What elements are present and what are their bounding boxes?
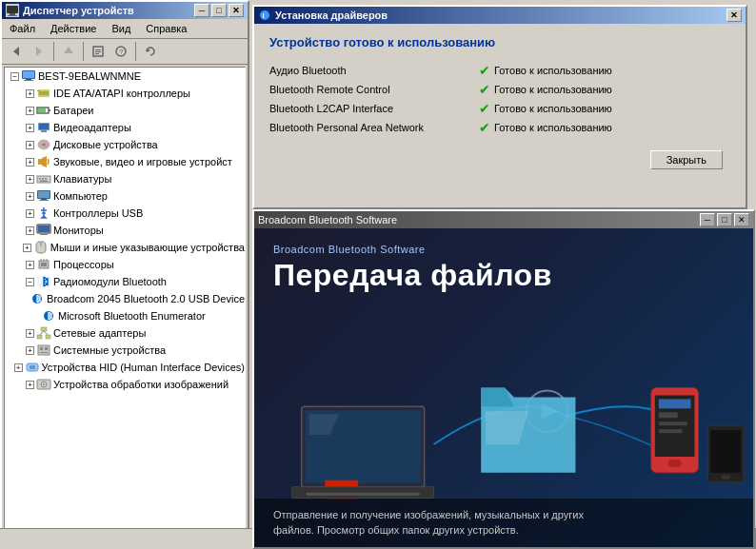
cpu-expander[interactable]: + [26,261,34,269]
svg-rect-81 [659,412,678,418]
device-name-1: Bluetooth Remote Control [269,84,479,95]
svg-line-56 [44,331,49,335]
close-button[interactable]: ✕ [229,4,244,17]
keyboard-expander[interactable]: + [26,175,34,184]
usb-expander[interactable]: + [26,209,34,218]
svg-rect-25 [41,130,47,132]
disk-expander[interactable]: + [26,141,34,149]
svg-rect-41 [42,233,46,234]
ide-expander[interactable]: + [26,89,34,98]
device-status-text-0: Готово к использованию [494,65,612,76]
check-icon-3: ✔ [479,120,490,135]
menu-action[interactable]: Действие [47,21,100,36]
back-button[interactable] [6,41,27,62]
monitors-label: Мониторы [53,225,104,236]
minimize-button[interactable]: ─ [194,4,209,17]
refresh-button[interactable] [140,41,161,62]
check-icon-1: ✔ [479,82,490,97]
tree-system[interactable]: + Системные устройства [5,342,245,359]
cpu-label: Процессоры [53,259,114,270]
tree-monitors[interactable]: + Мониторы [5,222,245,239]
bt-ms-label: Microsoft Bluetooth Enumerator [58,310,206,322]
sound-expander[interactable]: + [26,158,34,167]
svg-line-55 [40,331,45,335]
tree-keyboard[interactable]: + Клавиатуры [5,170,245,187]
mouse-expander[interactable]: + [23,244,31,252]
svg-rect-57 [38,345,50,355]
tree-usb[interactable]: + Контроллеры USB [5,205,245,222]
driver-close-x[interactable]: ✕ [726,9,742,22]
svg-marker-75 [481,388,575,473]
bt-broadcom-label: Broadcom 2045 Bluetooth 2.0 USB Device [47,293,245,304]
forward-button[interactable] [29,41,50,62]
menu-view[interactable]: Вид [108,21,134,36]
broadcom-description: Отправление и получение изображений, муз… [254,499,753,547]
tree-disk[interactable]: + Дисковые устройства [5,136,245,153]
check-icon-0: ✔ [479,63,490,78]
usb-label: Контроллеры USB [53,207,143,219]
svg-rect-59 [45,347,48,350]
close-button[interactable]: Закрыть [650,150,723,169]
device-status-text-2: Готово к использованию [494,103,612,114]
tree-imaging[interactable]: + Устройства обработки изображений [5,376,245,393]
tree-bt-broadcom[interactable]: Broadcom 2045 Bluetooth 2.0 USB Device [5,290,245,307]
properties-button[interactable] [88,41,109,62]
sound-label: Звуковые, видео и игровые устройст [53,156,232,167]
maximize-button[interactable]: □ [211,4,227,17]
svg-rect-22 [38,108,46,112]
device-tree[interactable]: − BEST-9EBALWNMNE + [4,67,246,531]
keyboard-label: Клавиатуры [53,173,111,185]
hid-expander[interactable]: + [14,363,23,372]
network-expander[interactable]: + [26,329,34,338]
tree-bt-ms[interactable]: Microsoft Bluetooth Enumerator [5,307,245,324]
tree-ide[interactable]: + IDE ATA/ATAPI контроллеры [5,85,245,102]
broadcom-title-label: Broadcom Bluetooth Software [258,214,397,225]
menu-file[interactable]: Файл [6,21,39,36]
broadcom-maximize[interactable]: □ [717,213,732,226]
tree-root[interactable]: − BEST-9EBALWNMNE [5,68,245,85]
tree-computer[interactable]: + Компьютер [5,187,245,205]
bt-device-icon1 [30,291,45,306]
tree-cpu[interactable]: + Процессоры [5,256,245,273]
tree-network[interactable]: + Сетевые адаптеры [5,324,245,342]
svg-rect-42 [40,234,48,235]
computer-expander[interactable]: + [26,192,34,201]
tree-mouse[interactable]: + Мыши и иные указывающие устройства [5,239,245,256]
svg-rect-38 [39,200,49,201]
tree-sound[interactable]: + Звуковые, видео и игровые устройст [5,153,245,170]
device-manager-window: Диспетчер устройств ─ □ ✕ Файл Действие … [0,0,249,549]
device-status-2: ✔ Готово к использованию [479,101,612,116]
ide-label: IDE ATA/ATAPI контроллеры [53,88,190,99]
monitors-expander[interactable]: + [26,226,34,235]
root-expander[interactable]: − [10,72,19,81]
disk-icon [36,137,51,152]
device-status-text-3: Готово к использованию [494,122,612,133]
broadcom-close[interactable]: ✕ [734,213,749,226]
tree-video[interactable]: + Видеоадаптеры [5,119,245,136]
menu-help[interactable]: Справка [142,21,190,36]
svg-rect-58 [40,347,43,350]
tree-bluetooth[interactable]: − Радиомодули Bluetooth [5,273,245,290]
svg-rect-62 [30,365,35,369]
tree-battery[interactable]: + Батареи [5,102,245,119]
svg-rect-7 [95,49,101,50]
system-label: Системные устройства [53,344,166,356]
svg-rect-24 [39,124,49,129]
help-button[interactable]: ? [110,41,131,62]
system-icon [36,343,51,358]
bt-expander[interactable]: − [26,278,34,286]
system-expander[interactable]: + [26,346,34,355]
bt-label: Радиомодули Bluetooth [53,276,167,287]
video-expander[interactable]: + [26,124,34,132]
imaging-expander[interactable]: + [26,381,34,389]
tree-hid[interactable]: + Устройства HID (Human Interface Device… [5,359,245,376]
broadcom-minimize[interactable]: ─ [700,213,715,226]
svg-rect-70 [302,406,425,486]
up-button[interactable] [58,41,79,62]
svg-point-27 [42,144,46,147]
svg-rect-33 [45,178,47,180]
battery-expander[interactable]: + [26,107,34,115]
svg-rect-83 [659,429,683,433]
svg-rect-80 [659,399,691,408]
svg-rect-14 [23,71,34,78]
